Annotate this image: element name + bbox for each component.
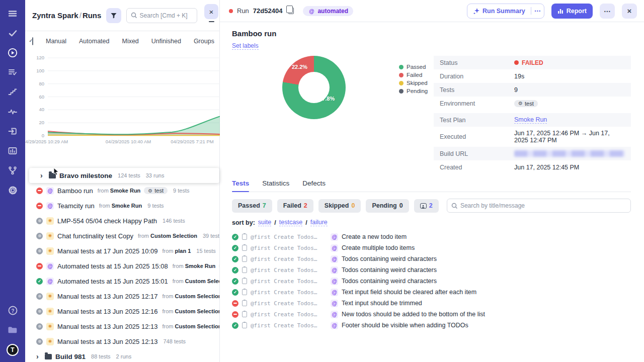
import-icon[interactable] xyxy=(7,126,18,137)
chevron-right-icon[interactable]: › xyxy=(40,171,45,179)
detail-row-build-url: Build URL xyxy=(434,147,631,160)
run-list-item[interactable]: Automated tests at 15 Jun 2025 15:08 fro… xyxy=(25,258,219,274)
failed-dot-icon xyxy=(229,9,233,13)
build-folder-row[interactable]: › Build 981 88 tests 2 runs xyxy=(25,349,219,362)
runs-panel-header: Zyntra Spark/Runs xyxy=(25,0,219,31)
filter-passed-button[interactable]: Passed7 xyxy=(232,199,272,213)
menu-icon[interactable] xyxy=(7,8,18,19)
test-plan-link[interactable]: Smoke Run xyxy=(514,116,547,124)
tests-search[interactable] xyxy=(447,199,631,213)
set-labels-link[interactable]: Set labels xyxy=(232,42,259,50)
sort-by-testcase-link[interactable]: testcase xyxy=(279,219,303,226)
test-row[interactable]: @first Create Todos… Footer should be vi… xyxy=(232,320,631,331)
run-source: fromCustom Selection xyxy=(162,323,219,329)
legend-item-failed[interactable]: Failed xyxy=(399,72,428,78)
tab-defects[interactable]: Defects xyxy=(302,179,326,192)
filter-skipped-button[interactable]: Skipped0 xyxy=(318,199,361,213)
run-list-item[interactable]: Teamcity run fromSmoke Run 9 tests xyxy=(25,198,219,213)
chevron-right-icon[interactable]: › xyxy=(36,352,41,360)
sort-label: sort by: xyxy=(232,219,255,226)
run-list-item[interactable]: Manual tests at 13 Jun 2025 12:17 fromCu… xyxy=(25,289,219,304)
run-id: 72d52404 xyxy=(253,7,283,15)
run-name: LMP-554 05/04 check Happy Path xyxy=(57,217,157,225)
pulse-icon[interactable] xyxy=(7,106,18,117)
clipboard-icon xyxy=(242,300,247,306)
detail-value: 19s xyxy=(514,73,524,80)
runs-play-icon[interactable] xyxy=(7,47,18,58)
tab-statistics[interactable]: Statistics xyxy=(262,179,289,192)
close-detail-button[interactable] xyxy=(622,4,637,19)
test-row[interactable]: @first Create Todos… Todos containing we… xyxy=(232,276,631,287)
panel-close-button[interactable]: × xyxy=(204,4,218,19)
test-row[interactable]: @first Create Todos… Create a new todo i… xyxy=(232,231,631,242)
tab-tests[interactable]: Tests xyxy=(232,179,249,192)
run-list-item[interactable]: Chat functinality test Copy fromCustom S… xyxy=(25,228,219,243)
tests-check-icon[interactable] xyxy=(7,28,18,39)
report-button[interactable]: Report xyxy=(551,4,593,19)
app-logo[interactable]: T xyxy=(7,344,19,356)
test-row[interactable]: @first Create Todos… Text input should b… xyxy=(232,298,631,309)
legend-item-passed[interactable]: Passed xyxy=(399,64,428,70)
help-icon[interactable]: ? xyxy=(7,305,18,316)
run-list-item[interactable]: Manual tests at 13 Jun 2025 12:16 fromCu… xyxy=(25,304,219,319)
more-options-button[interactable] xyxy=(600,4,615,19)
suite-name: @first Create Todos… xyxy=(251,300,327,307)
suite-name: @first Create Todos… xyxy=(251,256,327,262)
test-plans-icon[interactable] xyxy=(7,67,18,78)
sort-by-suite-link[interactable]: suite xyxy=(258,219,271,226)
run-name: Teamcity run xyxy=(57,202,95,210)
run-list-item[interactable]: Manual tests at 13 Jun 2025 12:13 fromCu… xyxy=(25,319,219,334)
filter-pending-button[interactable]: Pending0 xyxy=(366,199,409,213)
run-list-item[interactable]: Manual tests at 17 Jun 2025 10:09 frompl… xyxy=(25,243,219,258)
run-list-item[interactable]: Automated tests at 15 Jun 2025 15:01 fro… xyxy=(25,274,219,289)
test-row[interactable]: @first Create Todos… Todos containing we… xyxy=(232,264,631,276)
automated-badge[interactable]: automated xyxy=(303,6,353,16)
milestones-steps-icon[interactable] xyxy=(7,86,18,98)
tab-automated[interactable]: Automated xyxy=(79,38,109,45)
test-row[interactable]: @first Create Todos… Text input field sh… xyxy=(232,287,631,298)
detail-label: Tests xyxy=(440,86,514,94)
run-list-item[interactable]: Manual tests at 13 Jun 2025 12:13 748 te… xyxy=(25,334,219,349)
donut-legend: Passed Failed Skipped Pending xyxy=(399,64,428,96)
run-summary-button[interactable]: Run Summary xyxy=(467,4,544,19)
passed-percent-label: 77.8% xyxy=(319,96,335,102)
sort-separator: / xyxy=(305,219,307,226)
copy-icon[interactable] xyxy=(288,8,294,14)
test-title: Todos containing weird characters xyxy=(342,266,437,274)
runs-search[interactable] xyxy=(126,8,197,23)
tab-groups[interactable]: Groups xyxy=(194,38,214,45)
filter-failed-button[interactable]: Failed2 xyxy=(277,199,313,213)
runs-search-input[interactable] xyxy=(140,12,193,19)
filter-button[interactable] xyxy=(106,8,121,23)
tab-manual[interactable]: Manual xyxy=(46,38,66,45)
test-title: Todos containing weird characters xyxy=(342,255,437,262)
legend-item-skipped[interactable]: Skipped xyxy=(399,80,428,86)
analytics-icon[interactable] xyxy=(7,145,18,156)
tests-search-input[interactable] xyxy=(460,202,626,209)
run-source: fromCustom Selection xyxy=(173,278,219,284)
legend-item-pending[interactable]: Pending xyxy=(399,88,428,94)
run-name: Bamboo run xyxy=(57,187,93,195)
tab-mixed[interactable]: Mixed xyxy=(122,38,138,45)
settings-gear-icon[interactable] xyxy=(7,185,18,196)
run-label: Run xyxy=(237,7,249,15)
run-summary-more-icon[interactable] xyxy=(531,7,544,15)
test-row[interactable]: @first Create Todos… Create multiple tod… xyxy=(232,242,631,253)
test-row[interactable]: @first Create Todos… New todos should be… xyxy=(232,309,631,320)
run-status-icon xyxy=(36,248,43,254)
select-all-icon[interactable] xyxy=(32,37,33,45)
branches-icon[interactable] xyxy=(7,165,18,176)
folder-tests-count: 88 tests xyxy=(91,353,111,359)
panel-collapse-handle[interactable] xyxy=(209,21,214,22)
tab-unfinished[interactable]: Unfinished xyxy=(151,38,181,45)
automated-run-icon xyxy=(308,8,315,15)
run-list-item[interactable]: LMP-554 05/04 check Happy Path 146 tests xyxy=(25,213,219,228)
projects-folder-icon[interactable] xyxy=(7,324,18,335)
run-details-table: Status FAILED Duration 19s Tests 9 Envir… xyxy=(434,56,631,172)
run-name: Chat functinality test Copy xyxy=(57,232,133,240)
run-list-item[interactable]: Bamboo run fromSmoke Run ⚙test 9 tests xyxy=(25,183,219,198)
folder-runs-count: 2 runs xyxy=(116,353,132,359)
sort-by-failure-link[interactable]: failure xyxy=(310,219,328,226)
test-row[interactable]: @first Create Todos… Todos containing we… xyxy=(232,253,631,264)
filter-comments-button[interactable]: 2 xyxy=(414,199,439,213)
